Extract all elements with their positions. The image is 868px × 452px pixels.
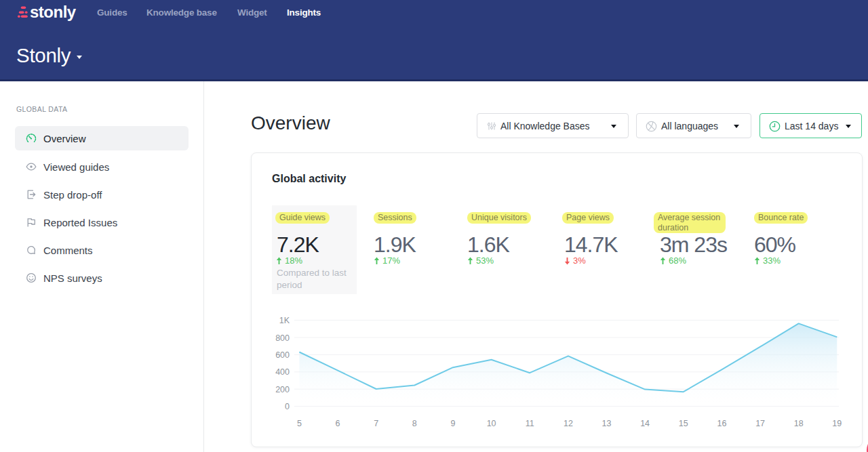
- svg-text:13: 13: [602, 419, 612, 428]
- svg-text:600: 600: [275, 350, 290, 360]
- svg-text:10: 10: [487, 419, 496, 428]
- svg-text:16: 16: [717, 419, 726, 428]
- svg-text:200: 200: [275, 385, 290, 394]
- svg-text:11: 11: [526, 419, 534, 428]
- svg-text:5: 5: [297, 419, 302, 428]
- svg-text:18: 18: [794, 419, 804, 428]
- svg-text:12: 12: [564, 419, 573, 428]
- svg-text:6: 6: [336, 419, 340, 428]
- svg-text:0: 0: [285, 402, 290, 411]
- svg-text:8: 8: [412, 419, 417, 428]
- svg-text:400: 400: [275, 367, 290, 377]
- svg-text:9: 9: [451, 419, 456, 428]
- svg-text:800: 800: [275, 333, 290, 343]
- svg-text:14: 14: [640, 419, 650, 428]
- svg-text:1K: 1K: [279, 316, 290, 325]
- svg-text:7: 7: [374, 419, 378, 428]
- svg-text:15: 15: [679, 419, 688, 428]
- svg-text:17: 17: [755, 419, 765, 428]
- svg-text:19: 19: [832, 419, 842, 428]
